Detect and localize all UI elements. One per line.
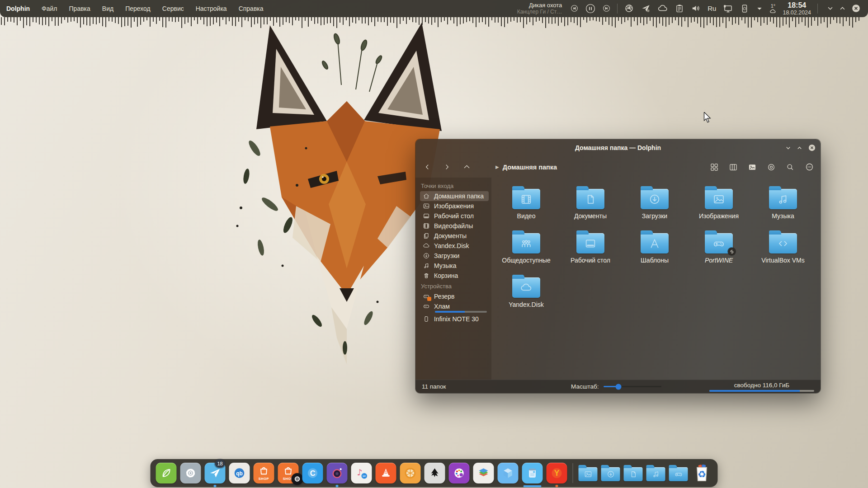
folder-шаблоны[interactable]: Шаблоны — [623, 228, 687, 272]
menu-button[interactable] — [805, 162, 814, 172]
dock-music-folder[interactable] — [646, 465, 665, 481]
telegram-tray-icon[interactable] — [641, 3, 651, 14]
window-minimize-button[interactable] — [785, 145, 791, 151]
dock-app-clementine[interactable] — [400, 463, 421, 483]
folder-изображения[interactable]: Изображения — [687, 184, 751, 228]
sidebar-item-корзина[interactable]: Корзина — [420, 271, 489, 281]
drive-icon — [423, 303, 430, 310]
back-button[interactable] — [424, 163, 431, 171]
digital-clock[interactable]: 18:54 18.02.2024 — [783, 1, 811, 16]
sidebar-item-хлам[interactable]: Хлам — [420, 301, 489, 311]
dock-app-qbittorrent[interactable]: qb — [229, 463, 250, 483]
menu-справка[interactable]: Справка — [239, 5, 264, 12]
split-view-button[interactable] — [729, 163, 738, 172]
folder-видео[interactable]: Видео — [494, 184, 558, 228]
window-maximize-button[interactable] — [797, 145, 802, 151]
dock-documents-folder[interactable] — [624, 465, 643, 481]
folder-загрузки[interactable]: Загрузки — [623, 184, 687, 228]
dock-app-camera-app[interactable] — [327, 463, 348, 483]
weather-widget[interactable]: 1° — [769, 4, 776, 14]
sidebar-item-рабочий-стол[interactable]: Рабочий стол — [420, 211, 489, 221]
sidebar-item-infinix-note-30[interactable]: Infinix NOTE 30 — [420, 314, 489, 324]
folder-label: Документы — [574, 213, 607, 220]
sidebar-item-загрузки[interactable]: Загрузки — [420, 251, 489, 261]
folder-virtualbox-vms[interactable]: VirtualBox VMs — [751, 228, 815, 272]
dock-app-yandex-music[interactable]: Y — [547, 463, 567, 483]
dock-app-layers-app[interactable] — [473, 463, 494, 483]
folder-рабочий-стол[interactable]: Рабочий стол — [558, 228, 623, 272]
folder-icon — [576, 189, 604, 209]
zoom-slider-knob[interactable] — [615, 384, 621, 389]
folder-label: Общедоступные — [502, 257, 550, 264]
sidebar-item-label: Рабочий стол — [434, 212, 474, 220]
dock-trash[interactable]: ♻ — [692, 462, 712, 484]
dock-app-system-settings[interactable] — [180, 463, 201, 483]
folder-документы[interactable]: Документы — [558, 184, 623, 228]
mounted-badge — [427, 297, 431, 301]
clipboard-icon[interactable] — [675, 4, 684, 14]
folder-музыка[interactable]: Музыка — [751, 184, 815, 228]
dock-downloads-folder[interactable] — [601, 465, 620, 481]
dock-app-inkscape[interactable] — [425, 463, 445, 483]
orange-wheel-icon[interactable] — [624, 3, 634, 14]
media-pause-icon[interactable] — [585, 3, 596, 14]
sidebar-item-yandex-disk[interactable]: Yandex.Disk — [420, 241, 489, 251]
cloud-sync-icon[interactable] — [657, 3, 668, 14]
display-connect-icon[interactable] — [722, 3, 733, 14]
minimize-button[interactable] — [827, 5, 834, 12]
folder-label: Загрузки — [642, 213, 667, 220]
sidebar-item-музыка[interactable]: Музыка — [420, 261, 489, 271]
folder-icon — [576, 233, 604, 253]
menu-app-name[interactable]: Dolphin — [6, 5, 30, 12]
sidebar-item-документы[interactable]: Документы — [420, 231, 489, 241]
sidebar-item-видеофайлы[interactable]: Видеофайлы — [420, 221, 489, 231]
menu-переход[interactable]: Переход — [125, 5, 151, 12]
window-titlebar[interactable]: Домашняя папка — Dolphin — [415, 139, 821, 156]
sidebar-item-домашняя-папка[interactable]: Домашняя папка — [420, 191, 489, 201]
dock-app-vlc[interactable] — [376, 463, 396, 483]
preview-toggle-button[interactable] — [767, 163, 776, 172]
keyboard-layout-indicator[interactable]: Ru — [708, 5, 716, 12]
close-button[interactable] — [851, 4, 861, 13]
menu-файл[interactable]: Файл — [42, 5, 57, 12]
volume-icon[interactable] — [691, 3, 701, 14]
search-button[interactable] — [786, 163, 795, 172]
dock-app-app-store[interactable]: SHOP — [254, 463, 274, 483]
dock-images-folder[interactable] — [579, 465, 598, 481]
menu-правка[interactable]: Правка — [69, 5, 90, 12]
folder-yandex-disk[interactable]: Yandex.Disk — [494, 272, 558, 317]
sidebar-item-изображения[interactable]: Изображения — [420, 201, 489, 211]
maximize-button[interactable] — [839, 5, 846, 12]
sidebar-item-резерв[interactable]: Резерв — [420, 291, 489, 301]
dock-app-boxes-app[interactable] — [498, 463, 519, 483]
dock-app-audio-cutter[interactable]: ♪✂ — [351, 463, 372, 483]
folder-portwine[interactable]: PortWINE — [687, 228, 751, 272]
cube-icon — [501, 466, 515, 480]
tray-expander-chevron-icon[interactable] — [756, 5, 763, 12]
dock-app-palette-app[interactable] — [449, 463, 470, 483]
menu-настройка[interactable]: Настройка — [196, 5, 227, 12]
window-close-button[interactable] — [808, 144, 816, 152]
dock-app-app-store-settings[interactable]: SHOP — [278, 463, 299, 483]
breadcrumb[interactable]: ▶ Домашняя папка — [495, 164, 557, 171]
up-button[interactable] — [462, 163, 471, 171]
media-next-icon[interactable] — [602, 4, 611, 13]
zoom-slider[interactable] — [604, 386, 661, 387]
icons-view-button[interactable] — [710, 163, 719, 172]
menu-сервис[interactable]: Сервис — [162, 5, 184, 12]
kdeconnect-phone-icon[interactable] — [740, 4, 750, 14]
dock-app-dolphin[interactable] — [522, 463, 543, 483]
preview-image-button[interactable] — [748, 163, 757, 172]
dock-app-c-app[interactable]: C — [302, 463, 323, 483]
media-previous-icon[interactable] — [570, 4, 579, 13]
layers-icon — [477, 466, 491, 480]
capacity-bar — [709, 390, 814, 392]
free-space-indicator: свободно 116,0 ГиБ — [709, 382, 814, 392]
forward-button[interactable] — [443, 163, 451, 171]
dock-app-telegram[interactable]: 18 — [205, 463, 226, 483]
folder-общедоступные[interactable]: Общедоступные — [494, 228, 558, 272]
media-track-info[interactable]: Дикая охота Канцлер Ги / Ст… — [517, 2, 562, 15]
menu-вид[interactable]: Вид — [102, 5, 113, 12]
dock-app-leaf-app[interactable] — [156, 463, 177, 483]
dock-games-folder[interactable] — [669, 465, 688, 481]
